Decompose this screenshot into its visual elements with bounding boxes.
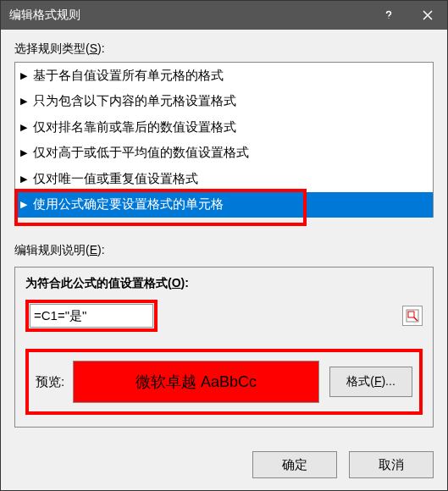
arrow-icon: ▶ <box>20 97 27 106</box>
rule-description-panel: 为符合此公式的值设置格式(O): 预览: 微软卓越 AaBbCc 格式(F). <box>14 267 434 428</box>
titlebar: 编辑格式规则 <box>1 1 447 30</box>
formula-row <box>25 300 423 332</box>
rule-type-text: 仅对高于或低于平均值的数值设置格式 <box>33 145 249 161</box>
help-button[interactable] <box>369 1 408 30</box>
rule-type-item[interactable]: ▶ 只为包含以下内容的单元格设置格式 <box>15 89 433 115</box>
rule-type-item-selected[interactable]: ▶ 使用公式确定要设置格式的单元格 <box>15 192 433 218</box>
rule-type-text: 使用公式确定要设置格式的单元格 <box>33 196 224 212</box>
rule-type-item[interactable]: ▶ 仅对排名靠前或靠后的数值设置格式 <box>15 114 433 141</box>
edit-rule-desc-label: 编辑规则说明(E): <box>14 243 434 258</box>
format-preview: 微软卓越 AaBbCc <box>73 361 319 403</box>
close-button[interactable] <box>408 1 447 30</box>
format-button[interactable]: 格式(F)... <box>329 367 412 397</box>
rule-type-text: 仅对唯一值或重复值设置格式 <box>33 171 198 187</box>
rule-type-item[interactable]: ▶ 基于各自值设置所有单元格的格式 <box>15 63 433 89</box>
rule-type-text: 仅对排名靠前或靠后的数值设置格式 <box>33 119 236 135</box>
arrow-icon: ▶ <box>20 148 27 157</box>
arrow-icon: ▶ <box>20 174 27 184</box>
dialog-content: 选择规则类型(S): ▶ 基于各自值设置所有单元格的格式 ▶ 只为包含以下内容的… <box>1 30 447 441</box>
cancel-button[interactable]: 取消 <box>349 451 434 478</box>
formula-label: 为符合此公式的值设置格式(O): <box>25 276 423 291</box>
rule-type-item[interactable]: ▶ 仅对唯一值或重复值设置格式 <box>15 166 433 192</box>
highlight-annotation <box>25 300 158 332</box>
rule-type-item[interactable]: ▶ 仅对高于或低于平均值的数值设置格式 <box>15 141 433 167</box>
dialog-title: 编辑格式规则 <box>1 8 369 23</box>
dialog-footer: 确定 取消 <box>1 441 447 491</box>
select-rule-type-label: 选择规则类型(S): <box>14 41 434 57</box>
ok-button[interactable]: 确定 <box>252 451 337 478</box>
rule-type-list[interactable]: ▶ 基于各自值设置所有单元格的格式 ▶ 只为包含以下内容的单元格设置格式 ▶ 仅… <box>14 62 434 218</box>
rule-type-text: 基于各自值设置所有单元格的格式 <box>33 68 224 84</box>
rule-type-text: 只为包含以下内容的单元格设置格式 <box>33 93 236 109</box>
formula-input[interactable] <box>30 304 153 328</box>
edit-format-rule-dialog: 编辑格式规则 选择规则类型(S): ▶ 基于各自值设置所有单元格的格式 ▶ 只为… <box>0 0 448 491</box>
preview-row: 预览: 微软卓越 AaBbCc 格式(F)... <box>25 349 423 415</box>
arrow-icon: ▶ <box>20 123 27 132</box>
range-selector-button[interactable] <box>402 306 423 326</box>
arrow-icon: ▶ <box>20 200 27 209</box>
preview-label: 预览: <box>36 374 64 390</box>
arrow-icon: ▶ <box>20 71 27 80</box>
